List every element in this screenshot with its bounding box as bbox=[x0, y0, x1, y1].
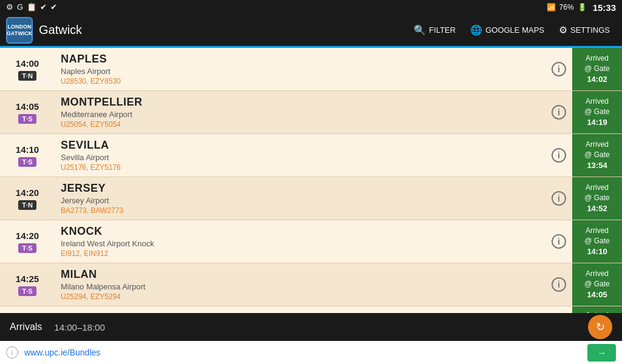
battery-icon: 🔋 bbox=[578, 3, 587, 12]
status-bar: ⚙ G 📋 ✔ ✔ 📶 76% 🔋 15:33 bbox=[0, 0, 622, 15]
ad-arrow-icon: → bbox=[597, 348, 606, 358]
flight-airport: Ireland West Airport Knock bbox=[61, 239, 539, 248]
flight-airport: Milano Malpensa Airport bbox=[61, 282, 539, 291]
flight-info-col: MONTPELLIER Mediterranee Airport U25054,… bbox=[55, 91, 545, 133]
flight-status-col: Arrived@ Gate14:10 bbox=[572, 220, 622, 263]
flight-city: MONTPELLIER bbox=[61, 96, 539, 109]
flight-codes: U28530, EZY8530 bbox=[61, 77, 539, 86]
flight-time-col: 14:20 T·S bbox=[0, 220, 55, 263]
flight-status-col: Arrived@ Gate14:52 bbox=[572, 177, 622, 220]
table-row: 14:00 T·N NAPLES Naples Airport U28530, … bbox=[0, 48, 622, 91]
time-range: 14:00–18:00 bbox=[54, 322, 588, 332]
flight-airport: Mediterranee Airport bbox=[61, 110, 539, 119]
arrivals-label: Arrivals bbox=[10, 322, 42, 332]
flight-status-col: Arrived@ Gate14:19 bbox=[572, 91, 622, 133]
flight-time-col: 14:10 T·S bbox=[0, 134, 55, 177]
check-icon-2: ✔ bbox=[50, 2, 57, 12]
flight-badge: T·N bbox=[18, 71, 36, 81]
ad-arrow-button[interactable]: → bbox=[587, 344, 616, 362]
flight-badge: T·S bbox=[18, 243, 36, 253]
filter-button[interactable]: 🔍 FILTER bbox=[408, 21, 462, 39]
flight-info-col: NAPLES Naples Airport U28530, EZY8530 bbox=[55, 48, 545, 90]
gear-icon: ⚙ bbox=[559, 24, 567, 36]
flight-airport: Naples Airport bbox=[61, 67, 539, 76]
flight-status-col: Arrived@ Gate14:02 bbox=[572, 48, 622, 90]
ad-url: www.upc.ie/Bundles bbox=[24, 348, 587, 357]
app-bar: LONDONGATWICK Gatwick 🔍 FILTER 🌐 GOOGLE … bbox=[0, 15, 622, 46]
system-tray-icons: ⚙ G 📋 ✔ ✔ bbox=[6, 2, 57, 12]
google-maps-button[interactable]: 🌐 GOOGLE MAPS bbox=[464, 21, 550, 39]
flight-status-text: Arrived@ Gate13:54 bbox=[584, 140, 610, 171]
flight-status-col: Arrived@ Gate13:54 bbox=[572, 134, 622, 177]
flight-badge: T·S bbox=[18, 114, 36, 124]
flight-airport: Sevilla Airport bbox=[61, 153, 539, 162]
flight-info-col: MILAN Milano Malpensa Airport U25294, EZ… bbox=[55, 263, 545, 306]
bottom-bar: Arrivals 14:00–18:00 ↻ bbox=[0, 313, 622, 341]
flight-badge: T·N bbox=[18, 200, 36, 210]
table-row: 14:25 T·S MILAN Milano Malpensa Airport … bbox=[0, 263, 622, 306]
flight-codes: EI912, EIN912 bbox=[61, 249, 539, 258]
refresh-icon: ↻ bbox=[596, 320, 605, 334]
info-icon[interactable]: i bbox=[552, 191, 566, 206]
flight-status-text: Arrived@ Gate14:10 bbox=[584, 226, 610, 257]
flight-info-col: KNOCK Ireland West Airport Knock EI912, … bbox=[55, 220, 545, 263]
info-icon[interactable]: i bbox=[552, 148, 566, 163]
flight-codes: U25176, EZY5176 bbox=[61, 163, 539, 172]
info-icon[interactable]: i bbox=[552, 234, 566, 249]
flight-status-text: Arrived@ Gate14:02 bbox=[584, 53, 610, 85]
toolbar-actions: 🔍 FILTER 🌐 GOOGLE MAPS ⚙ SETTINGS bbox=[408, 21, 616, 39]
flight-info-button[interactable]: i bbox=[545, 177, 572, 220]
table-row: 14:10 T·S SEVILLA Sevilla Airport U25176… bbox=[0, 134, 622, 177]
flight-time: 14:20 bbox=[16, 231, 39, 241]
settings-button[interactable]: ⚙ SETTINGS bbox=[553, 21, 616, 39]
info-icon[interactable]: i bbox=[552, 105, 566, 120]
flight-time-col: 14:20 T·N bbox=[0, 177, 55, 220]
flight-city: JERSEY bbox=[61, 182, 539, 195]
flight-time-col: 14:25 T·S bbox=[0, 263, 55, 306]
wifi-icon: 📶 bbox=[547, 3, 556, 12]
google-icon: G bbox=[17, 2, 23, 12]
search-icon: 🔍 bbox=[414, 24, 426, 36]
flight-status-text: Arrived@ Gate14:19 bbox=[584, 96, 610, 128]
ad-bar: i www.upc.ie/Bundles → bbox=[0, 341, 622, 364]
flight-info-button[interactable]: i bbox=[545, 91, 572, 133]
flight-time-col: 14:05 T·S bbox=[0, 91, 55, 133]
app-logo: LONDONGATWICK bbox=[6, 17, 33, 44]
map-icon: 🌐 bbox=[470, 24, 482, 36]
filter-label: FILTER bbox=[429, 25, 456, 35]
flight-status-text: Arrived@ Gate14:05 bbox=[584, 269, 610, 300]
flight-time: 14:20 bbox=[16, 187, 39, 198]
flight-city: MILAN bbox=[61, 268, 539, 281]
table-row: 14:20 T·S KNOCK Ireland West Airport Kno… bbox=[0, 220, 622, 263]
flight-time: 14:00 bbox=[16, 58, 39, 69]
battery-percent: 76% bbox=[559, 3, 574, 12]
flight-badge: T·S bbox=[18, 157, 36, 167]
flight-airport: Jersey Airport bbox=[61, 196, 539, 205]
flight-codes: BA2773, BAW2773 bbox=[61, 206, 539, 215]
flight-badge: T·S bbox=[18, 286, 36, 296]
app-icon-1: 📋 bbox=[27, 2, 36, 12]
flight-info-button[interactable]: i bbox=[545, 263, 572, 306]
status-icons: 📶 76% 🔋 15:33 bbox=[547, 2, 616, 13]
flight-info-button[interactable]: i bbox=[545, 134, 572, 177]
flight-city: SEVILLA bbox=[61, 139, 539, 152]
check-icon-1: ✔ bbox=[40, 2, 47, 12]
flight-codes: U25054, EZY5054 bbox=[61, 120, 539, 129]
flight-city: KNOCK bbox=[61, 225, 539, 238]
clock: 15:33 bbox=[593, 2, 616, 13]
flights-list[interactable]: 14:00 T·N NAPLES Naples Airport U28530, … bbox=[0, 48, 622, 327]
flight-status-col: Arrived@ Gate14:05 bbox=[572, 263, 622, 306]
flight-info-col: SEVILLA Sevilla Airport U25176, EZY5176 bbox=[55, 134, 545, 177]
flight-info-button[interactable]: i bbox=[545, 48, 572, 90]
refresh-button[interactable]: ↻ bbox=[588, 315, 612, 339]
settings-label: SETTINGS bbox=[570, 25, 610, 35]
google-maps-label: GOOGLE MAPS bbox=[485, 25, 544, 35]
table-row: 14:05 T·S MONTPELLIER Mediterranee Airpo… bbox=[0, 91, 622, 134]
logo-text: LONDONGATWICK bbox=[7, 24, 32, 37]
flight-status-text: Arrived@ Gate14:52 bbox=[584, 183, 610, 214]
info-icon[interactable]: i bbox=[552, 277, 566, 292]
flight-info-button[interactable]: i bbox=[545, 220, 572, 263]
info-icon[interactable]: i bbox=[552, 62, 566, 76]
flight-time: 14:10 bbox=[16, 144, 39, 155]
settings-icon: ⚙ bbox=[6, 2, 13, 12]
